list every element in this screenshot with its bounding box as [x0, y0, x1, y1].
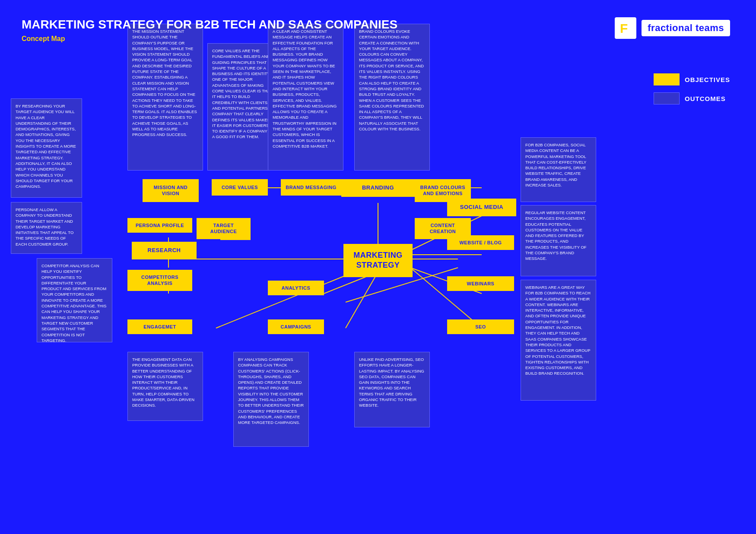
webinars-box: WEBINARS [447, 276, 514, 291]
webinars-info-text: WEBINARS ARE A GREAT WAY FOR B2B COMPANI… [525, 285, 591, 376]
target-audience-info: BY RESEARCHING YOUR TARGET AUDIENCE YOU … [11, 98, 82, 198]
branding-label: BRANDING [362, 184, 394, 191]
brand-colours-box: BRAND COLOURS AND EMOTIONS [415, 179, 471, 202]
logo-text: fractional teams [642, 20, 730, 36]
website-blog-box: WEBSITE / BLOG [447, 235, 514, 250]
persona-info: PERSONAE ALLOW A COMPANY TO UNDERSTAND T… [11, 202, 82, 254]
engagement-info-text: THE ENGAGEMENT DATA CAN PROVIDE BUSINESS… [132, 357, 194, 408]
mission-vision-label: MISSION AND VISION [154, 185, 187, 196]
target-audience-label: TARGET AUDIENCE [210, 223, 237, 234]
website-blog-label: WEBSITE / BLOG [459, 240, 502, 245]
webinars-info: WEBINARS ARE A GREAT WAY FOR B2B COMPANI… [521, 280, 596, 401]
legend-outcomes: OUTCOMES [654, 92, 730, 104]
campaigns-label: CAMPAIGNS [281, 324, 311, 329]
subtitle-text: Concept Map [22, 35, 397, 43]
brand-messaging-info: A CLEAR AND CONSISTENT MESSAGE HELPS CRE… [268, 24, 343, 171]
seo-box: SEO [447, 319, 514, 334]
research-box: RESEARCH [132, 242, 197, 259]
brand-colours-info-text: BRAND COLOURS EVOKE CERTAIN EMOTIONS AND… [359, 29, 424, 131]
marketing-strategy-box: MARKETING STRATEGY [343, 244, 413, 277]
brand-colours-label: BRAND COLOURS AND EMOTIONS [420, 185, 465, 196]
persona-profile-label: PERSONA PROFILE [136, 223, 184, 228]
title-text: MARKETING STRATEGY FOR B2B TECH AND SAAS… [22, 17, 397, 32]
social-media-info: FOR B2B COMPANIES, SOCIAL MEDIA CONTENT … [521, 137, 596, 202]
seo-info-text: UNLIKE PAID ADVERTISING, SEO EFFORTS HAV… [359, 357, 424, 408]
brand-colours-info: BRAND COLOURS EVOKE CERTAIN EMOTIONS AND… [354, 24, 430, 171]
logo-icon: F [615, 17, 636, 39]
branding-box: BRANDING [341, 179, 415, 197]
website-info-text: REGULAR WEBSITE CONTENT ENCOURAGES ENGAG… [525, 210, 587, 261]
social-media-info-text: FOR B2B COMPANIES, SOCIAL MEDIA CONTENT … [525, 142, 586, 187]
competitors-label: COMPETITORS ANALYSIS [141, 275, 178, 286]
brand-messaging-box: BRAND MESSAGING [281, 179, 341, 196]
mission-vision-info: THE MISSION STATEMENT SHOULD OUTLINE THE… [127, 24, 203, 171]
marketing-strategy-label: MARKETING STRATEGY [353, 251, 403, 269]
campaigns-info-text: BY ANALYSING CAMPAIGNS COMPANIES CAN TRA… [238, 357, 304, 425]
legend-objectives-label: OBJECTIVES [685, 76, 730, 83]
seo-info: UNLIKE PAID ADVERTISING, SEO EFFORTS HAV… [354, 352, 430, 427]
brand-messaging-label: BRAND MESSAGING [286, 185, 337, 190]
legend-outcomes-label: OUTCOMES [685, 95, 726, 102]
svg-line-7 [346, 272, 378, 328]
main-title: MARKETING STRATEGY FOR B2B TECH AND SAAS… [22, 17, 397, 43]
content-creation-label: CONTENT CREATION [430, 223, 456, 234]
core-values-label: CORE VALUES [222, 185, 258, 190]
research-label: RESEARCH [148, 247, 181, 253]
persona-info-text: PERSONAE ALLOW A COMPANY TO UNDERSTAND T… [16, 207, 73, 246]
competitors-info: COMPETITOR ANALYSIS CAN HELP YOU IDENTIF… [37, 258, 112, 342]
logo-area: F fractional teams [615, 17, 730, 39]
mission-vision-box: MISSION AND VISION [143, 179, 199, 202]
legend-yellow-rect [654, 73, 680, 85]
engagement-box: ENGAGEMET [127, 319, 192, 334]
competitors-box: COMPETITORS ANALYSIS [127, 270, 192, 291]
svg-text:F: F [620, 21, 628, 35]
campaigns-box: CAMPAIGNS [268, 319, 324, 334]
target-audience-box: TARGET AUDIENCE [197, 218, 251, 239]
social-media-label: SOCIAL MEDIA [460, 204, 503, 210]
mission-vision-info-text: THE MISSION STATEMENT SHOULD OUTLINE THE… [132, 29, 197, 137]
campaigns-info: BY ANALYSING CAMPAIGNS COMPANIES CAN TRA… [233, 352, 309, 447]
webinars-label: WEBINARS [467, 281, 495, 286]
persona-profile-box: PERSONA PROFILE [127, 218, 192, 233]
legend: OBJECTIVES OUTCOMES [654, 73, 730, 111]
target-audience-info-text: BY RESEARCHING YOUR TARGET AUDIENCE YOU … [16, 104, 76, 189]
website-info: REGULAR WEBSITE CONTENT ENCOURAGES ENGAG… [521, 205, 596, 276]
engagement-info: THE ENGAGEMENT DATA CAN PROVIDE BUSINESS… [127, 352, 203, 421]
seo-label: SEO [475, 324, 486, 329]
legend-objectives: OBJECTIVES [654, 73, 730, 85]
engagement-label: ENGAGEMET [143, 324, 176, 329]
analytics-label: ANALYTICS [282, 285, 310, 291]
brand-messaging-info-text: A CLEAR AND CONSISTENT MESSAGE HELPS CRE… [273, 29, 337, 149]
analytics-box: ANALYTICS [268, 281, 324, 295]
core-values-info-text: CORE VALUES ARE THE FUNDAMENTAL BELIEFS … [212, 48, 272, 139]
legend-blue-rect [654, 92, 680, 104]
competitors-info-text: COMPETITOR ANALYSIS CAN HELP YOU IDENTIF… [41, 263, 106, 343]
core-values-box: CORE VALUES [212, 179, 268, 196]
